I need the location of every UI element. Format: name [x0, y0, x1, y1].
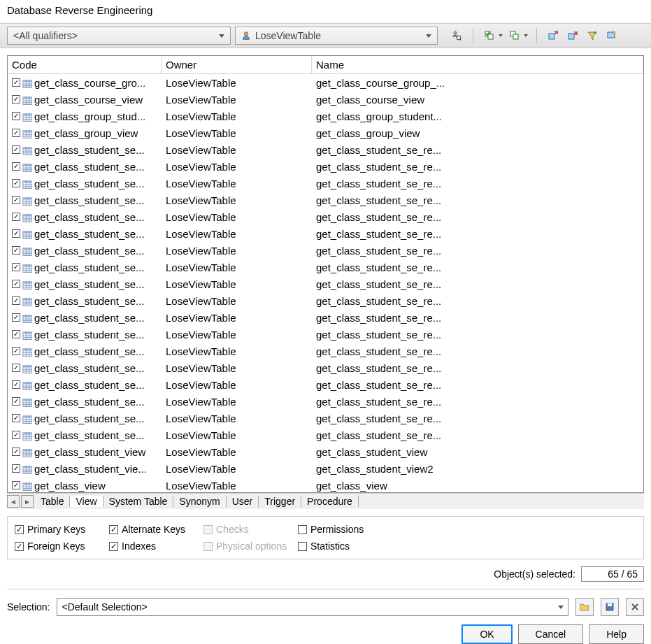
tab-table[interactable]: Table [35, 496, 70, 507]
grid-scroll[interactable]: Code Owner Name ✓get_class_course_gro...… [8, 56, 643, 492]
find-user-button[interactable] [449, 28, 464, 43]
qualifier-combo[interactable]: <All qualifiers> [7, 27, 231, 45]
header-owner[interactable]: Owner [162, 56, 312, 73]
deselect-all-button[interactable] [507, 28, 528, 43]
row-checkbox[interactable]: ✓ [12, 196, 20, 204]
svg-rect-8 [549, 34, 555, 39]
row-checkbox[interactable]: ✓ [12, 229, 20, 238]
tab-user[interactable]: User [227, 496, 259, 507]
table-row[interactable]: ✓get_class_student_se...LoseViewTableget… [8, 175, 643, 192]
svg-point-1 [454, 31, 457, 34]
table-row[interactable]: ✓get_class_student_se...LoseViewTableget… [8, 158, 643, 175]
row-checkbox[interactable]: ✓ [12, 95, 20, 103]
open-folder-button[interactable] [575, 598, 594, 616]
table-row[interactable]: ✓get_class_student_se...LoseViewTableget… [8, 225, 643, 242]
opt-indexes[interactable]: ✓Indexes [109, 541, 203, 552]
cancel-button[interactable]: Cancel [518, 624, 584, 644]
row-checkbox[interactable]: ✓ [12, 246, 20, 255]
table-row[interactable]: ✓get_class_student_se...LoseViewTableget… [8, 393, 643, 410]
opt-permissions[interactable]: Permissions [298, 524, 392, 535]
table-row[interactable]: ✓get_class_student_se...LoseViewTableget… [8, 359, 643, 376]
row-checkbox[interactable]: ✓ [12, 330, 20, 338]
header-name[interactable]: Name [312, 56, 643, 73]
tab-system-table[interactable]: System Table [103, 496, 174, 507]
row-checkbox[interactable]: ✓ [12, 78, 20, 87]
selection-combo[interactable]: <Default Selection> [57, 598, 568, 616]
table-row[interactable]: ✓get_class_student_se...LoseViewTableget… [8, 192, 643, 208]
table-row[interactable]: ✓get_class_group_stud...LoseViewTableget… [8, 108, 643, 124]
table-row[interactable]: ✓get_class_student_se...LoseViewTableget… [8, 259, 643, 276]
add-button[interactable] [545, 28, 561, 43]
row-owner: LoseViewTable [162, 446, 312, 458]
ok-button[interactable]: OK [462, 624, 512, 644]
delete-button[interactable] [626, 598, 644, 616]
status-label: Object(s) selected: [494, 568, 575, 580]
row-checkbox[interactable]: ✓ [12, 380, 20, 389]
row-checkbox[interactable]: ✓ [12, 162, 20, 171]
row-checkbox[interactable]: ✓ [12, 129, 20, 137]
filter-button[interactable] [585, 28, 600, 43]
table-row[interactable]: ✓get_class_course_viewLoseViewTableget_c… [8, 91, 643, 108]
select-all-button[interactable] [482, 28, 503, 43]
save-button[interactable] [601, 598, 619, 616]
table-row[interactable]: ✓get_class_student_se...LoseViewTableget… [8, 292, 643, 309]
row-checkbox[interactable]: ✓ [12, 313, 20, 322]
tab-synonym[interactable]: Synonym [173, 496, 226, 507]
row-checkbox[interactable]: ✓ [12, 364, 20, 372]
header-code[interactable]: Code [8, 56, 162, 73]
table-row[interactable]: ✓get_class_student_se...LoseViewTableget… [8, 141, 643, 158]
row-checkbox[interactable]: ✓ [12, 347, 20, 355]
tab-view[interactable]: View [70, 496, 103, 507]
svg-point-0 [244, 32, 248, 36]
remove-button[interactable] [565, 28, 580, 43]
row-checkbox[interactable]: ✓ [12, 213, 20, 221]
row-checkbox[interactable]: ✓ [12, 179, 20, 187]
selection-row: Selection: <Default Selection> [7, 598, 644, 616]
row-code: get_class_student_se... [34, 345, 145, 357]
tab-nav-left[interactable]: ◄ [7, 495, 20, 508]
row-checkbox[interactable]: ✓ [12, 263, 20, 271]
row-name: get_class_group_student... [312, 110, 643, 122]
row-checkbox[interactable]: ✓ [12, 397, 20, 406]
tools-button[interactable] [604, 28, 620, 43]
row-checkbox[interactable]: ✓ [12, 145, 20, 154]
row-checkbox[interactable]: ✓ [12, 280, 20, 288]
tab-nav-right[interactable]: ► [21, 495, 34, 508]
table-row[interactable]: ✓get_class_student_se...LoseViewTableget… [8, 208, 643, 225]
tab-procedure[interactable]: Procedure [301, 496, 359, 507]
row-code: get_class_student_se... [34, 278, 145, 290]
table-row[interactable]: ✓get_class_student_vie...LoseViewTablege… [8, 460, 643, 477]
table-row[interactable]: ✓get_class_student_se...LoseViewTableget… [8, 326, 643, 343]
row-checkbox[interactable]: ✓ [12, 296, 20, 305]
table-row[interactable]: ✓get_class_student_se...LoseViewTableget… [8, 343, 643, 359]
row-name: get_class_student_se_re... [312, 144, 643, 156]
table-row[interactable]: ✓get_class_student_se...LoseViewTableget… [8, 376, 643, 393]
help-button[interactable]: Help [589, 624, 644, 644]
table-row[interactable]: ✓get_class_student_se...LoseViewTableget… [8, 242, 643, 259]
row-owner: LoseViewTable [162, 413, 312, 424]
row-owner: LoseViewTable [162, 463, 312, 475]
table-row[interactable]: ✓get_class_group_viewLoseViewTableget_cl… [8, 124, 643, 141]
opt-primary-keys[interactable]: ✓Primary Keys [15, 524, 109, 535]
opt-alternate-keys[interactable]: ✓Alternate Keys [109, 524, 203, 535]
opt-foreign-keys[interactable]: ✓Foreign Keys [15, 541, 109, 552]
row-checkbox[interactable]: ✓ [12, 431, 20, 439]
table-row[interactable]: ✓get_class_course_gro...LoseViewTableget… [8, 74, 643, 91]
table-row[interactable]: ✓get_class_student_viewLoseViewTableget_… [8, 443, 643, 460]
table-row[interactable]: ✓get_class_student_se...LoseViewTableget… [8, 309, 643, 326]
opt-statistics[interactable]: Statistics [298, 541, 392, 552]
svg-rect-73 [23, 248, 31, 250]
table-row[interactable]: ✓get_class_student_se...LoseViewTableget… [8, 410, 643, 427]
row-checkbox[interactable]: ✓ [12, 112, 20, 120]
opt-label: Foreign Keys [27, 541, 85, 552]
tab-trigger[interactable]: Trigger [259, 496, 301, 507]
table-row[interactable]: ✓get_class_student_se...LoseViewTableget… [8, 276, 643, 292]
table-row[interactable]: ✓get_class_student_se...LoseViewTableget… [8, 427, 643, 443]
table-icon [22, 95, 32, 103]
owner-combo[interactable]: LoseViewTable [235, 27, 438, 45]
row-checkbox[interactable]: ✓ [12, 414, 20, 422]
row-checkbox[interactable]: ✓ [12, 448, 20, 456]
row-checkbox[interactable]: ✓ [12, 481, 20, 489]
row-checkbox[interactable]: ✓ [12, 464, 20, 473]
table-row[interactable]: ✓get_class_viewLoseViewTableget_class_vi… [8, 477, 643, 492]
